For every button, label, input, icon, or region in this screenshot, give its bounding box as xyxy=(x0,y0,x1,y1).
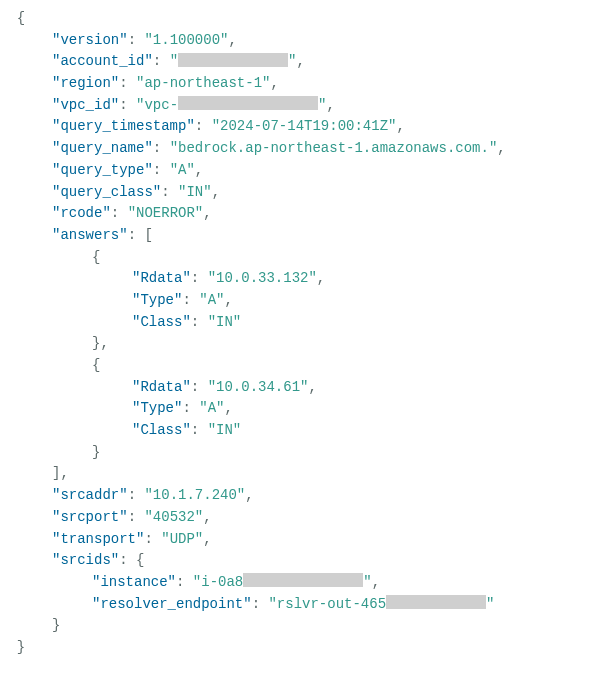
val-srcport: "40532" xyxy=(144,509,203,525)
val-resolver-pre: "rslvr-out-465 xyxy=(268,596,386,612)
val-region: "ap-northeast-1" xyxy=(136,75,270,91)
key-answers: "answers" xyxy=(52,227,128,243)
redacted-account-id xyxy=(178,53,288,67)
val-resolver-post: " xyxy=(486,596,494,612)
answer-0-open: { xyxy=(92,249,100,265)
val-a1-type: "A" xyxy=(199,400,224,416)
brace-open: { xyxy=(0,10,25,26)
val-vpc-id-pre: "vpc- xyxy=(136,97,178,113)
val-query-name: "bedrock.ap-northeast-1.amazonaws.com." xyxy=(170,140,498,156)
key-vpc-id: "vpc_id" xyxy=(52,97,119,113)
val-transport: "UDP" xyxy=(161,531,203,547)
val-instance-pre: "i-0a8 xyxy=(193,574,243,590)
key-a1-class: "Class" xyxy=(132,422,191,438)
key-srcids: "srcids" xyxy=(52,552,119,568)
key-account-id: "account_id" xyxy=(52,53,153,69)
key-a0-type: "Type" xyxy=(132,292,182,308)
val-query-type: "A" xyxy=(170,162,195,178)
key-a1-rdata: "Rdata" xyxy=(132,379,191,395)
val-rcode: "NOERROR" xyxy=(128,205,204,221)
key-a0-rdata: "Rdata" xyxy=(132,270,191,286)
key-rcode: "rcode" xyxy=(52,205,111,221)
key-version: "version" xyxy=(52,32,128,48)
val-version: "1.100000" xyxy=(144,32,228,48)
redacted-vpc-id xyxy=(178,96,318,110)
key-a0-class: "Class" xyxy=(132,314,191,330)
val-a1-rdata: "10.0.34.61" xyxy=(208,379,309,395)
answer-1-open: { xyxy=(92,357,100,373)
redacted-resolver xyxy=(386,595,486,609)
key-a1-type: "Type" xyxy=(132,400,182,416)
val-a1-class: "IN" xyxy=(208,422,242,438)
key-instance: "instance" xyxy=(92,574,176,590)
key-query-class: "query_class" xyxy=(52,184,161,200)
key-srcaddr: "srcaddr" xyxy=(52,487,128,503)
val-a0-rdata: "10.0.33.132" xyxy=(208,270,317,286)
key-resolver-endpoint: "resolver_endpoint" xyxy=(92,596,252,612)
answers-close: ], xyxy=(52,465,69,481)
json-code-block: { "version": "1.100000", "account_id": "… xyxy=(0,0,600,659)
val-query-timestamp: "2024-07-14T19:00:41Z" xyxy=(212,118,397,134)
val-account-id-pre: " xyxy=(170,53,178,69)
val-instance-post: " xyxy=(363,574,371,590)
key-query-timestamp: "query_timestamp" xyxy=(52,118,195,134)
key-query-type: "query_type" xyxy=(52,162,153,178)
answer-0-close: }, xyxy=(92,335,109,351)
key-region: "region" xyxy=(52,75,119,91)
key-transport: "transport" xyxy=(52,531,144,547)
redacted-instance xyxy=(243,573,363,587)
val-a0-type: "A" xyxy=(199,292,224,308)
val-a0-class: "IN" xyxy=(208,314,242,330)
brace-close: } xyxy=(0,639,25,655)
val-query-class: "IN" xyxy=(178,184,212,200)
val-srcaddr: "10.1.7.240" xyxy=(144,487,245,503)
answer-1-close: } xyxy=(92,444,100,460)
srcids-close: } xyxy=(52,617,60,633)
key-query-name: "query_name" xyxy=(52,140,153,156)
key-srcport: "srcport" xyxy=(52,509,128,525)
